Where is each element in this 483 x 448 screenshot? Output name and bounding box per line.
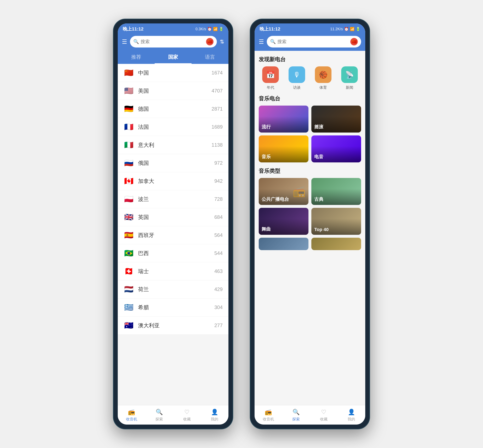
category-sports[interactable]: 🏀 体育 — [311, 66, 335, 90]
list-item[interactable]: 🇨🇭 瑞士 463 — [118, 262, 229, 280]
nav-explore-left[interactable]: 🔍 探索 — [145, 405, 173, 424]
era-label: 年代 — [267, 85, 274, 90]
type-card-top40[interactable]: Top 40 — [311, 208, 361, 235]
nav-radio-left[interactable]: 📻 收音机 — [118, 405, 145, 424]
country-flag: 🇬🇷 — [124, 303, 134, 312]
interview-icon-box: 🎙 — [289, 66, 305, 83]
status-time-left: 晚上11:12 — [123, 26, 143, 32]
battery-icon-right: 🔋 — [356, 27, 360, 31]
nav-label-radio-right: 收音机 — [263, 417, 274, 422]
country-flag: 🇵🇱 — [124, 195, 134, 203]
sports-icon-box: 🏀 — [315, 66, 332, 83]
country-flag: 🇷🇺 — [124, 159, 134, 167]
nav-profile-left[interactable]: 👤 我的 — [201, 405, 229, 424]
bottom-partial-cards — [259, 238, 361, 250]
search-icon-right: 🔍 — [270, 39, 276, 44]
tab-country[interactable]: 国家 — [155, 51, 191, 64]
nav-label-explore-right: 探索 — [292, 417, 300, 422]
signal-speed-left: 0.3K/s — [196, 27, 206, 31]
type-card-public[interactable]: 📻 公共广播电台 — [259, 178, 309, 205]
pop-label: 流行 — [259, 121, 274, 133]
search-input-left[interactable] — [141, 39, 204, 44]
list-item[interactable]: 🇬🇧 英国 684 — [118, 208, 229, 226]
list-item[interactable]: 🇦🇺 澳大利亚 277 — [118, 317, 229, 335]
search-icon-left: 🔍 — [133, 39, 139, 44]
nav-radio-right[interactable]: 📻 收音机 — [254, 405, 282, 424]
country-name: 巴西 — [138, 250, 210, 257]
china-flag-badge-left[interactable]: 🇨🇳 — [206, 38, 214, 45]
header-right: ☰ 🔍 🇨🇳 — [254, 34, 365, 51]
search-bar-left[interactable]: 🔍 🇨🇳 — [130, 36, 217, 48]
country-flag: 🇨🇭 — [124, 267, 134, 276]
list-item[interactable]: 🇩🇪 德国 2871 — [118, 100, 229, 118]
country-flag: 🇮🇹 — [124, 141, 134, 149]
sports-label: 体育 — [319, 85, 327, 90]
nav-label-fav-left: 收藏 — [183, 417, 191, 422]
country-count: 429 — [214, 287, 223, 292]
list-item[interactable]: 🇵🇱 波兰 728 — [118, 190, 229, 208]
category-era[interactable]: 📅 年代 — [259, 66, 282, 90]
list-item[interactable]: 🇺🇸 美国 4707 — [118, 82, 229, 100]
country-count: 277 — [214, 322, 223, 328]
explore-icon-left: 🔍 — [156, 408, 163, 416]
country-count: 544 — [214, 250, 223, 256]
country-name: 希腊 — [138, 304, 210, 311]
china-flag-badge-right[interactable]: 🇨🇳 — [350, 38, 358, 45]
list-item[interactable]: 🇮🇹 意大利 1138 — [118, 136, 229, 154]
right-phone: 晚上11:12 11.2K/s ⏰ 📶 🔋 ☰ 🔍 🇨🇳 发现新电台 — [250, 19, 370, 429]
country-flag: 🇩🇪 — [124, 104, 134, 113]
country-count: 972 — [214, 160, 223, 166]
category-interview[interactable]: 🎙 访谈 — [285, 66, 309, 90]
country-flag: 🇳🇱 — [124, 285, 134, 294]
country-flag: 🇫🇷 — [124, 123, 134, 131]
status-bar-left: 晚上11:12 0.3K/s ⏰ 📶 🔋 — [118, 24, 229, 34]
electronic-label: 电音 — [311, 151, 326, 162]
nav-label-explore-left: 探索 — [156, 417, 163, 422]
profile-icon-left: 👤 — [211, 408, 218, 416]
list-item[interactable]: 🇷🇺 俄国 972 — [118, 154, 229, 172]
menu-icon-right[interactable]: ☰ — [259, 38, 264, 45]
country-name: 美国 — [138, 87, 207, 95]
country-count: 463 — [214, 268, 223, 274]
list-item[interactable]: 🇧🇷 巴西 544 — [118, 244, 229, 262]
list-item[interactable]: 🇳🇱 荷兰 429 — [118, 280, 229, 298]
top40-label: Top 40 — [311, 224, 332, 235]
country-count: 728 — [214, 196, 223, 202]
type-card-dance[interactable]: 舞曲 — [259, 208, 309, 235]
search-bar-right[interactable]: 🔍 🇨🇳 — [267, 36, 361, 48]
country-count: 1138 — [212, 142, 223, 148]
music-label: 音乐 — [259, 151, 274, 162]
music-card-pop[interactable]: 流行 — [259, 105, 309, 133]
tab-recommend[interactable]: 推荐 — [118, 51, 155, 64]
menu-icon-left[interactable]: ☰ — [122, 38, 127, 45]
list-item[interactable]: 🇨🇳 中国 1674 — [118, 64, 229, 82]
country-count: 1674 — [212, 70, 223, 76]
music-card-rock[interactable]: 摇滚 — [311, 105, 361, 133]
tab-language[interactable]: 语言 — [191, 51, 229, 64]
category-news[interactable]: 📡 新闻 — [338, 66, 361, 90]
interview-label: 访谈 — [293, 85, 301, 90]
country-name: 德国 — [138, 105, 207, 113]
type-card-classical[interactable]: 古典 — [311, 178, 361, 205]
nav-favorites-left[interactable]: ♡ 收藏 — [173, 405, 201, 424]
heart-icon-left: ♡ — [184, 408, 190, 416]
profile-icon-right: 👤 — [348, 408, 355, 416]
nav-favorites-right[interactable]: ♡ 收藏 — [310, 405, 338, 424]
nav-profile-right[interactable]: 👤 我的 — [338, 405, 365, 424]
dance-label: 舞曲 — [259, 224, 274, 235]
music-card-music[interactable]: 音乐 — [259, 136, 309, 162]
music-card-electronic[interactable]: 电音 — [311, 136, 361, 162]
search-input-right[interactable] — [277, 39, 349, 44]
filter-icon-left[interactable]: ⇅ — [220, 39, 224, 45]
header-left: ☰ 🔍 🇨🇳 ⇅ — [118, 34, 229, 51]
list-item[interactable]: 🇪🇸 西班牙 564 — [118, 226, 229, 244]
list-item[interactable]: 🇬🇷 希腊 304 — [118, 298, 229, 317]
partial-card-1[interactable] — [259, 238, 309, 250]
music-grid: 流行 摇滚 音乐 电音 — [259, 105, 361, 162]
section-title-discover: 发现新电台 — [259, 56, 361, 63]
list-item[interactable]: 🇫🇷 法国 1689 — [118, 118, 229, 136]
tabs-left: 推荐 国家 语言 — [118, 51, 229, 64]
nav-explore-right[interactable]: 🔍 探索 — [282, 405, 310, 424]
partial-card-2[interactable] — [311, 238, 361, 250]
list-item[interactable]: 🇨🇦 加拿大 942 — [118, 172, 229, 190]
